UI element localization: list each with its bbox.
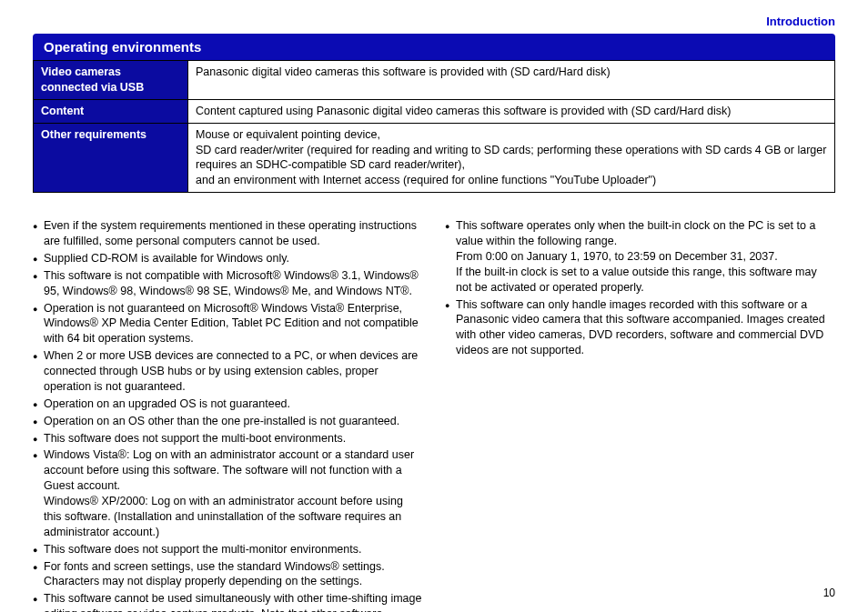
note-item: Windows Vista®: Log on with an administr…	[33, 447, 423, 539]
note-item: This software is not compatible with Mic…	[33, 268, 423, 299]
note-item: Even if the system requirements mentione…	[33, 218, 423, 249]
table-row: Video cameras connected via USBPanasonic…	[34, 61, 835, 100]
note-item: Supplied CD-ROM is available for Windows…	[33, 251, 423, 266]
note-item: This software does not support the multi…	[33, 431, 423, 446]
note-item: When 2 or more USB devices are connected…	[33, 348, 423, 395]
table-row-label: Content	[34, 99, 188, 123]
page-number: 10	[823, 587, 835, 599]
note-item: Operation is not guaranteed on Microsoft…	[33, 301, 423, 347]
requirements-table: Video cameras connected via USBPanasonic…	[33, 60, 835, 193]
table-row-label: Other requirements	[34, 123, 188, 193]
table-row-value: Panasonic digital video cameras this sof…	[188, 61, 835, 100]
notes-left-column: Even if the system requirements mentione…	[33, 218, 423, 612]
note-item: This software operates only when the bui…	[445, 218, 835, 295]
note-item: Operation on an upgraded OS is not guara…	[33, 396, 423, 412]
section-title: Operating environments	[33, 34, 835, 60]
breadcrumb-link[interactable]: Introduction	[33, 15, 835, 28]
note-item: For fonts and screen settings, use the s…	[33, 559, 423, 590]
table-row-label: Video cameras connected via USB	[34, 61, 188, 100]
table-row: Other requirementsMouse or equivalent po…	[34, 123, 835, 193]
notes-right-column: This software operates only when the bui…	[445, 218, 835, 358]
table-row: ContentContent captured using Panasonic …	[34, 99, 835, 123]
table-row-value: Content captured using Panasonic digital…	[188, 99, 835, 123]
note-item: This software cannot be used simultaneou…	[33, 591, 423, 612]
note-item: This software does not support the multi…	[33, 542, 423, 557]
note-item: This software can only handle images rec…	[445, 297, 835, 359]
table-row-value: Mouse or equivalent pointing device,SD c…	[188, 123, 835, 193]
note-item: Operation on an OS other than the one pr…	[33, 414, 423, 429]
